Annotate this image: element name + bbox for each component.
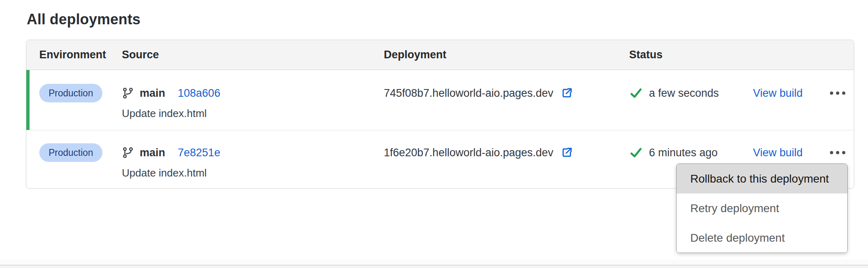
column-header-deployment: Deployment [384, 49, 629, 61]
status-time: a few seconds [649, 87, 719, 100]
section-divider-fade [0, 259, 868, 265]
commit-message: Update index.html [122, 167, 384, 179]
status-time: 6 minutes ago [649, 147, 718, 159]
view-build-link[interactable]: View build [753, 147, 803, 159]
branch-name: main [140, 147, 165, 159]
deployment-url: 745f08b7.helloworld-aio.pages.dev [384, 87, 553, 100]
check-icon [629, 146, 643, 160]
environment-cell: Production [39, 84, 122, 102]
deployment-cell: 1f6e20b7.helloworld-aio.pages.dev [384, 143, 629, 162]
view-build-link[interactable]: View build [753, 87, 803, 100]
source-cell: main 7e8251e Update index.html [122, 143, 384, 179]
environment-badge: Production [39, 84, 102, 102]
external-link-icon[interactable] [561, 147, 573, 159]
source-cell: main 108a606 Update index.html [122, 84, 384, 120]
status-cell: 6 minutes ago [629, 143, 753, 162]
column-header-environment: Environment [39, 49, 122, 61]
current-deployment-bar [26, 70, 30, 130]
git-branch-icon [122, 87, 134, 99]
deployment-cell: 745f08b7.helloworld-aio.pages.dev [384, 84, 629, 102]
status-cell: a few seconds [629, 84, 753, 102]
deployment-context-menu: Rollback to this deployment Retry deploy… [676, 164, 848, 253]
environment-cell: Production [39, 143, 122, 162]
deployment-url: 1f6e20b7.helloworld-aio.pages.dev [384, 147, 553, 159]
branch-name: main [140, 87, 165, 100]
column-header-status: Status [629, 49, 753, 61]
commit-link[interactable]: 108a606 [178, 87, 220, 100]
column-header-source: Source [122, 49, 384, 61]
ellipsis-icon[interactable] [829, 143, 846, 162]
external-link-icon[interactable] [561, 87, 573, 99]
deployments-page: All deployments Environment Source Deplo… [0, 0, 868, 268]
table-header: Environment Source Deployment Status [26, 40, 854, 70]
section-divider [0, 265, 868, 268]
page-title: All deployments [27, 11, 140, 28]
deployment-row-current: Production main 108a606 Update index.htm… [26, 70, 854, 130]
check-icon [629, 86, 643, 100]
commit-message: Update index.html [122, 107, 384, 120]
menu-item-retry[interactable]: Retry deployment [677, 194, 847, 223]
environment-badge: Production [39, 143, 102, 162]
git-branch-icon [122, 147, 134, 159]
commit-link[interactable]: 7e8251e [178, 147, 220, 159]
ellipsis-icon[interactable] [829, 84, 846, 102]
menu-item-rollback[interactable]: Rollback to this deployment [677, 164, 847, 194]
menu-item-delete[interactable]: Delete deployment [677, 223, 847, 253]
